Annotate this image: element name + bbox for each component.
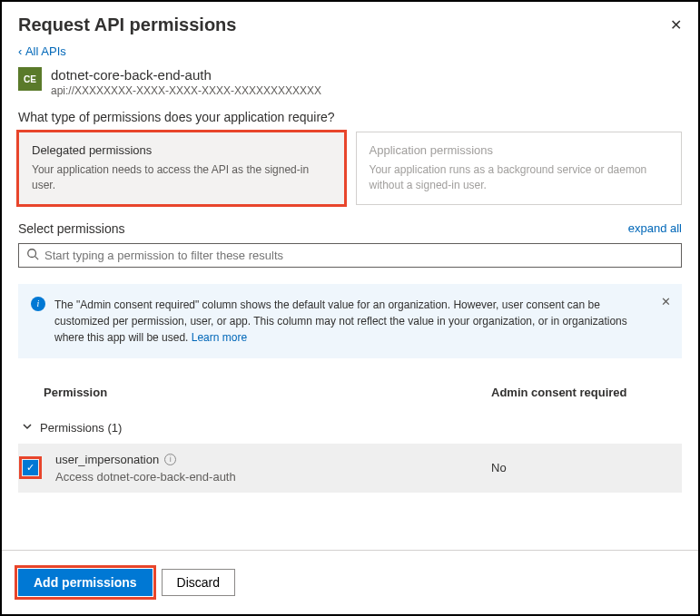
permission-type-question: What type of permissions does your appli… [18,110,682,124]
close-icon[interactable]: ✕ [670,16,682,34]
app-summary: CE dotnet-core-back-end-auth api://XXXXX… [18,67,682,97]
column-permission: Permission [44,386,491,399]
dismiss-icon[interactable]: ✕ [661,293,671,311]
permission-description: Access dotnet-core-back-end-auth [55,470,491,484]
app-name: dotnet-core-back-end-auth [51,67,321,83]
svg-point-0 [28,249,36,257]
search-icon [26,248,39,263]
chevron-down-icon [22,421,33,435]
app-uri: api://XXXXXXXX-XXXX-XXXX-XXXX-XXXXXXXXXX… [51,84,321,97]
permission-search-input[interactable] [44,249,674,262]
info-icon[interactable]: i [164,454,176,465]
discard-button[interactable]: Discard [162,569,235,596]
permission-checkbox[interactable]: ✓ [23,460,38,475]
card-desc: Your application needs to access the API… [32,162,331,193]
expand-all-link[interactable]: expand all [628,221,682,235]
column-admin-consent: Admin consent required [491,386,682,399]
svg-line-1 [35,256,39,259]
back-link-all-apis[interactable]: ‹ All APIs [18,44,66,58]
application-permissions-card[interactable]: Application permissions Your application… [356,132,683,205]
action-footer: Add permissions Discard [2,550,698,614]
learn-more-link[interactable]: Learn more [192,331,247,344]
table-row: ✓ user_impersonation i Access dotnet-cor… [18,444,682,493]
info-callout: i The "Admin consent required" column sh… [18,284,682,358]
info-icon: i [31,297,45,311]
permission-name: user_impersonation [55,453,159,466]
delegated-permissions-card[interactable]: Delegated permissions Your application n… [18,132,345,205]
card-desc: Your application runs as a background se… [370,162,669,193]
callout-text: The "Admin consent required" column show… [54,298,627,344]
app-icon: CE [18,67,42,91]
add-permissions-button[interactable]: Add permissions [18,569,153,596]
card-title: Application permissions [370,143,669,157]
chevron-left-icon: ‹ [18,44,25,58]
group-label: Permissions (1) [40,421,122,435]
permissions-group-toggle[interactable]: Permissions (1) [18,412,682,444]
back-link-label: All APIs [25,44,66,58]
permission-search[interactable] [18,243,682,268]
card-title: Delegated permissions [32,143,331,157]
page-title: Request API permissions [18,15,236,35]
permissions-table-header: Permission Admin consent required [18,378,682,412]
admin-consent-value: No [491,461,682,474]
select-permissions-label: Select permissions [18,221,125,236]
